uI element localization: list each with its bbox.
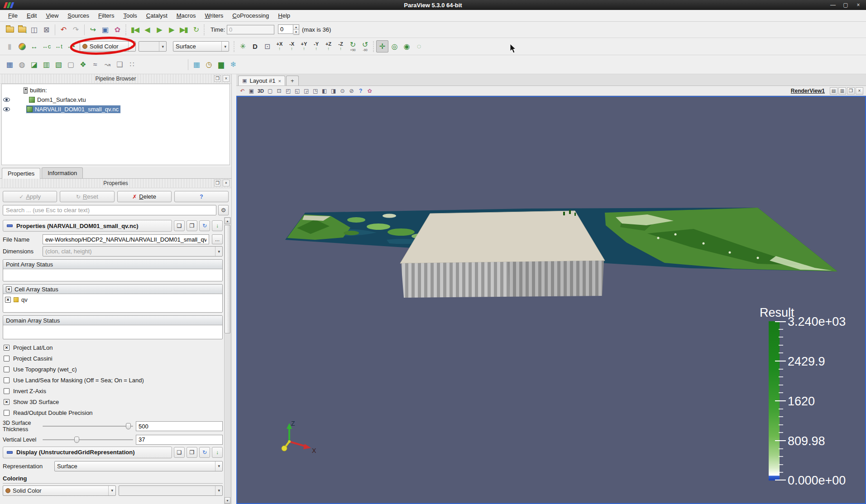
adjust-camera-button[interactable]: ▣: [247, 87, 256, 95]
checkbox-show-3d-surface[interactable]: × Show 3D Surface: [3, 396, 223, 407]
view-plus-z-button[interactable]: +Z↑: [322, 40, 335, 52]
array-item-qv[interactable]: × qv: [5, 295, 220, 304]
last-frame-button[interactable]: ▶▮: [177, 24, 190, 36]
save-defaults-button[interactable]: ↓: [212, 220, 223, 231]
file-name-field[interactable]: [43, 234, 209, 244]
cell-array-checkbox[interactable]: ×: [6, 286, 12, 292]
close-dock-icon[interactable]: ×: [223, 75, 230, 82]
edit-colormap-button[interactable]: [16, 40, 28, 52]
thickness-slider[interactable]: [43, 422, 133, 430]
zoom-closest-button[interactable]: D: [249, 40, 261, 52]
menu-macros[interactable]: Macros: [172, 11, 201, 20]
copy-display-button[interactable]: ❏: [174, 447, 185, 458]
frame-input[interactable]: [278, 24, 293, 34]
rotate-90-ccw-button[interactable]: ↺-90: [359, 40, 371, 52]
rescale-visible-button[interactable]: ↔•: [65, 40, 77, 52]
view-plus-x-button[interactable]: +X↑: [273, 40, 286, 52]
qv-checkbox[interactable]: ×: [5, 297, 11, 303]
split-horizontal-icon[interactable]: ▤: [830, 87, 837, 95]
display-section-header[interactable]: Display (UnstructuredGridRepresentation): [3, 447, 172, 458]
color-legend[interactable]: Result 3.240e+03 2429.9 1620 809.98 0.00…: [760, 306, 846, 487]
close-button[interactable]: ×: [854, 2, 862, 8]
close-view-icon[interactable]: ×: [856, 87, 863, 95]
menu-writers[interactable]: Writers: [200, 11, 228, 20]
disconnect-button[interactable]: ⊠: [40, 24, 53, 36]
checkbox-box[interactable]: [4, 356, 10, 361]
redo-button[interactable]: ↷: [70, 24, 82, 36]
select-points-through-button[interactable]: ◱: [293, 87, 301, 95]
rescale-to-data-button[interactable]: ↔: [28, 40, 40, 52]
paste-display-button[interactable]: ❐: [187, 447, 197, 458]
thickness-input[interactable]: [136, 421, 223, 431]
previous-frame-button[interactable]: ◀: [141, 24, 153, 36]
menu-view[interactable]: View: [41, 11, 63, 20]
checkbox-project-cassini[interactable]: Project Cassini: [3, 353, 223, 364]
browse-button[interactable]: ...: [212, 234, 223, 244]
group-datasets-button[interactable]: ❑: [114, 58, 126, 71]
vertical-level-input[interactable]: [136, 435, 223, 445]
menu-coprocessing[interactable]: CoProcessing: [228, 11, 273, 20]
vertical-level-slider[interactable]: [43, 436, 133, 444]
visibility-eye-icon[interactable]: [3, 98, 10, 102]
warp-button[interactable]: ↝: [101, 58, 114, 71]
layout-tab[interactable]: ▣ Layout #1 ×: [238, 76, 285, 86]
spin-up-icon[interactable]: ▲: [293, 25, 299, 30]
rescale-custom-button[interactable]: ↔c: [40, 40, 53, 52]
interactive-select-points-button[interactable]: ⊙: [338, 87, 347, 95]
toggle-color-legend-button[interactable]: ▮: [4, 40, 16, 52]
apply-button[interactable]: ✓Apply: [3, 191, 57, 202]
extract-level-button[interactable]: ∷: [126, 58, 138, 71]
checkbox-box[interactable]: [4, 388, 10, 394]
select-cells-through-button[interactable]: ◰: [284, 87, 292, 95]
coloring-component-combo[interactable]: ▾: [119, 485, 223, 496]
menu-file[interactable]: File: [4, 11, 22, 20]
select-block-button[interactable]: ◧: [320, 87, 329, 95]
reset-center-button[interactable]: ◌: [413, 40, 425, 52]
float-dock-icon[interactable]: ❐: [214, 180, 221, 186]
select-cells-on-button[interactable]: ▢: [266, 87, 274, 95]
dimensions-combo[interactable]: (clon, clat, height) ▾: [43, 246, 223, 257]
stream-tracer-button[interactable]: ≈: [89, 58, 101, 71]
layout-tab-close-icon[interactable]: ×: [278, 78, 281, 84]
spin-down-icon[interactable]: ▼: [293, 30, 299, 34]
visibility-eye-icon[interactable]: [3, 107, 10, 111]
close-dock-icon[interactable]: ×: [223, 180, 230, 186]
menu-catalyst[interactable]: Catalyst: [142, 11, 172, 20]
selected-pipeline-item[interactable]: NARVALII_DOM01_small_qv.nc: [26, 105, 120, 113]
copy-properties-button[interactable]: ❏: [174, 220, 185, 231]
open-button[interactable]: [4, 24, 16, 36]
glyph-button[interactable]: ❖: [77, 58, 89, 71]
frame-spinbox[interactable]: ▲ ▼: [278, 24, 299, 35]
tab-properties[interactable]: Properties: [2, 168, 40, 179]
maximize-button[interactable]: ▢: [842, 2, 850, 8]
time-value-field[interactable]: [227, 25, 274, 34]
menu-help[interactable]: Help: [273, 11, 295, 20]
pick-center-button[interactable]: ◎: [388, 40, 401, 52]
view-minus-x-button[interactable]: -X↑: [286, 40, 298, 52]
spreadsheet-button[interactable]: ▦: [191, 58, 203, 71]
slice-button[interactable]: ▥: [40, 58, 53, 71]
restore-defaults-button[interactable]: ↻: [199, 220, 210, 231]
domain-array-list[interactable]: [3, 325, 222, 339]
camera-undo-button[interactable]: ↶: [238, 87, 247, 95]
interactive-select-cells-button[interactable]: ◨: [329, 87, 338, 95]
save-display-defaults-button[interactable]: ↓: [212, 447, 223, 458]
search-input[interactable]: [3, 205, 216, 215]
coloring-combo[interactable]: Solid Color ▾: [3, 485, 116, 496]
menu-edit[interactable]: Edit: [22, 11, 41, 20]
component-combo[interactable]: ▾: [139, 41, 167, 52]
representation-combo[interactable]: Surface ▾: [54, 461, 223, 471]
search-options-button[interactable]: ⚙: [218, 205, 229, 215]
cell-array-list[interactable]: × qv: [3, 294, 222, 312]
tab-information[interactable]: Information: [42, 167, 83, 178]
reset-camera-button[interactable]: ✳: [237, 40, 249, 52]
view-palette-button[interactable]: ✿: [365, 87, 374, 95]
menu-filters[interactable]: Filters: [94, 11, 119, 20]
slider-handle[interactable]: [126, 423, 131, 429]
reset-button[interactable]: ↻Reset: [60, 191, 114, 202]
interaction-mode-button[interactable]: ✛: [376, 40, 388, 52]
checkbox-box[interactable]: [4, 366, 10, 372]
calculator-button[interactable]: ▦: [4, 58, 16, 71]
checkbox-box[interactable]: ×: [4, 399, 10, 405]
show-center-button[interactable]: ◉: [401, 40, 413, 52]
